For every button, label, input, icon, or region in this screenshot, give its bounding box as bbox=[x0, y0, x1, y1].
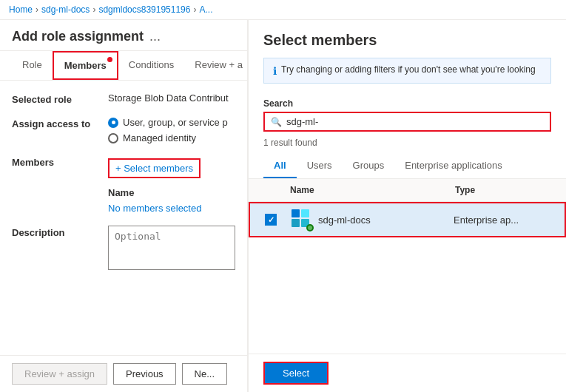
info-box: ℹ Try changing or adding filters if you … bbox=[263, 58, 551, 84]
tab-bar: Role Members Conditions Review + a bbox=[0, 51, 247, 81]
assign-access-row: Assign access to User, group, or service… bbox=[12, 117, 235, 143]
right-footer: Select bbox=[249, 354, 566, 392]
description-input[interactable] bbox=[108, 226, 235, 270]
tab-role[interactable]: Role bbox=[12, 52, 53, 79]
name-column-header: Name bbox=[108, 187, 235, 198]
tab-review[interactable]: Review + a bbox=[184, 52, 248, 79]
access-radio-group: User, group, or service p Managed identi… bbox=[108, 117, 235, 143]
radio-managed-identity[interactable]: Managed identity bbox=[108, 132, 235, 143]
filter-tab-users[interactable]: Users bbox=[297, 154, 343, 178]
info-icon: ℹ bbox=[273, 65, 277, 77]
breadcrumb-docs[interactable]: sdgmldocs8391951196 bbox=[98, 4, 190, 15]
filter-tab-bar: All Users Groups Enterprise applications bbox=[249, 154, 566, 179]
app-icon bbox=[292, 209, 312, 230]
right-panel-title: Select members bbox=[263, 32, 551, 49]
review-assign-button[interactable]: Review + assign bbox=[12, 363, 107, 385]
search-label: Search bbox=[263, 98, 551, 109]
type-header: Type bbox=[455, 185, 551, 195]
ellipsis-menu[interactable]: ... bbox=[149, 29, 161, 44]
members-row: Members + Select members Name No members… bbox=[12, 155, 235, 214]
results-table: Name Type bbox=[249, 179, 566, 354]
no-members-text: No members selected bbox=[108, 203, 235, 214]
filter-tab-enterprise[interactable]: Enterprise applications bbox=[394, 154, 513, 178]
next-button[interactable]: Ne... bbox=[182, 363, 227, 385]
selected-role-row: Selected role Storage Blob Data Contribu… bbox=[12, 92, 235, 105]
page-title: Add role assignment bbox=[12, 29, 144, 44]
description-label: Description bbox=[12, 226, 108, 238]
results-table-header: Name Type bbox=[249, 179, 566, 202]
members-table: Name No members selected bbox=[108, 187, 235, 214]
members-dot bbox=[107, 57, 112, 62]
row-checkbox[interactable] bbox=[265, 214, 292, 226]
radio-user-group[interactable]: User, group, or service p bbox=[108, 117, 235, 128]
search-input[interactable] bbox=[286, 116, 544, 127]
selected-role-label: Selected role bbox=[12, 92, 108, 105]
breadcrumb: Home › sdg-ml-docs › sdgmldocs8391951196… bbox=[0, 0, 566, 20]
select-button[interactable]: Select bbox=[263, 362, 329, 385]
checkmark-icon bbox=[265, 214, 277, 226]
radio-filled-icon bbox=[108, 118, 118, 128]
selected-role-value: Storage Blob Data Contribut bbox=[108, 92, 235, 104]
tab-conditions[interactable]: Conditions bbox=[118, 52, 184, 79]
radio-empty-icon bbox=[108, 133, 118, 143]
search-section: Search 🔍 bbox=[249, 98, 566, 132]
assign-access-label: Assign access to bbox=[12, 117, 108, 129]
left-footer: Review + assign Previous Ne... bbox=[0, 355, 247, 392]
name-header: Name bbox=[290, 185, 455, 195]
select-members-button[interactable]: + Select members bbox=[108, 158, 201, 178]
description-row: Description bbox=[12, 226, 235, 272]
result-name-text: sdg-ml-docs bbox=[318, 214, 371, 226]
breadcrumb-a[interactable]: A... bbox=[199, 4, 212, 15]
search-icon: 🔍 bbox=[271, 117, 282, 127]
breadcrumb-home[interactable]: Home bbox=[9, 4, 33, 15]
result-type-cell: Enterprise ap... bbox=[454, 214, 550, 226]
filter-tab-groups[interactable]: Groups bbox=[343, 154, 395, 178]
filter-tab-all[interactable]: All bbox=[263, 154, 297, 178]
previous-button[interactable]: Previous bbox=[113, 363, 176, 385]
members-label: Members bbox=[12, 155, 108, 168]
result-name-cell: sdg-ml-docs bbox=[292, 209, 454, 230]
info-text: Try changing or adding filters if you do… bbox=[281, 64, 536, 75]
breadcrumb-sdg[interactable]: sdg-ml-docs bbox=[41, 4, 90, 15]
tab-members[interactable]: Members bbox=[53, 51, 118, 80]
search-box: 🔍 bbox=[263, 112, 551, 132]
results-found-text: 1 result found bbox=[249, 138, 566, 148]
table-row[interactable]: sdg-ml-docs Enterprise ap... bbox=[249, 202, 566, 237]
